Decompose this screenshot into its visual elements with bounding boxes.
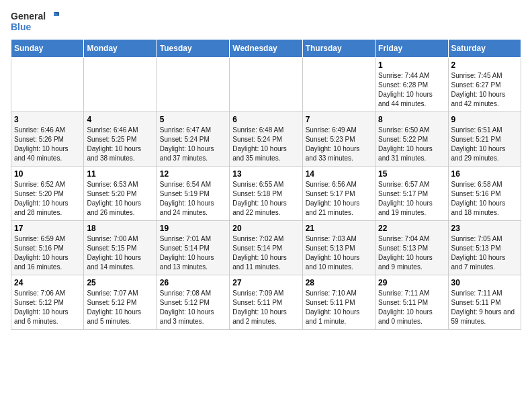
- day-info: Sunrise: 7:09 AM Sunset: 5:11 PM Dayligh…: [232, 289, 299, 326]
- day-number: 15: [378, 169, 445, 179]
- calendar-cell: 11Sunrise: 6:53 AM Sunset: 5:20 PM Dayli…: [84, 167, 157, 221]
- calendar-cell: 10Sunrise: 6:52 AM Sunset: 5:20 PM Dayli…: [11, 167, 84, 221]
- calendar-cell: 20Sunrise: 7:02 AM Sunset: 5:14 PM Dayli…: [230, 221, 302, 275]
- day-number: 5: [160, 115, 226, 124]
- calendar-cell: 28Sunrise: 7:10 AM Sunset: 5:11 PM Dayli…: [302, 275, 375, 330]
- calendar-cell: [302, 58, 375, 112]
- calendar-cell: [11, 58, 84, 112]
- day-info: Sunrise: 7:05 AM Sunset: 5:13 PM Dayligh…: [451, 234, 518, 272]
- calendar-cell: 5Sunrise: 6:47 AM Sunset: 5:24 PM Daylig…: [157, 112, 229, 167]
- calendar-week-row: 24Sunrise: 7:06 AM Sunset: 5:12 PM Dayli…: [11, 275, 521, 330]
- day-number: 21: [306, 224, 372, 233]
- day-number: 7: [306, 115, 372, 124]
- calendar-cell: 6Sunrise: 6:48 AM Sunset: 5:24 PM Daylig…: [230, 112, 302, 167]
- day-info: Sunrise: 7:07 AM Sunset: 5:12 PM Dayligh…: [87, 289, 153, 326]
- day-number: 27: [232, 278, 299, 287]
- logo-bird-icon: [47, 11, 60, 21]
- calendar-cell: 16Sunrise: 6:58 AM Sunset: 5:16 PM Dayli…: [448, 167, 521, 221]
- day-info: Sunrise: 6:50 AM Sunset: 5:22 PM Dayligh…: [378, 126, 445, 163]
- calendar-cell: 12Sunrise: 6:54 AM Sunset: 5:19 PM Dayli…: [157, 167, 229, 221]
- calendar-cell: 23Sunrise: 7:05 AM Sunset: 5:13 PM Dayli…: [448, 221, 521, 275]
- calendar-table: SundayMondayTuesdayWednesdayThursdayFrid…: [11, 39, 521, 330]
- day-of-week-header: Tuesday: [157, 40, 229, 58]
- day-info: Sunrise: 6:46 AM Sunset: 5:26 PM Dayligh…: [14, 126, 81, 163]
- logo-text: General Blue: [11, 11, 60, 32]
- day-number: 4: [87, 115, 153, 124]
- day-info: Sunrise: 7:01 AM Sunset: 5:14 PM Dayligh…: [160, 234, 226, 272]
- day-number: 14: [306, 169, 372, 179]
- day-number: 8: [378, 115, 445, 124]
- day-info: Sunrise: 7:11 AM Sunset: 5:11 PM Dayligh…: [451, 289, 518, 326]
- calendar-cell: 4Sunrise: 6:46 AM Sunset: 5:25 PM Daylig…: [84, 112, 157, 167]
- day-number: 13: [232, 169, 299, 179]
- day-number: 28: [306, 278, 372, 287]
- day-info: Sunrise: 6:46 AM Sunset: 5:25 PM Dayligh…: [87, 126, 153, 163]
- day-info: Sunrise: 6:48 AM Sunset: 5:24 PM Dayligh…: [232, 126, 299, 163]
- day-number: 20: [232, 224, 299, 233]
- calendar-cell: 26Sunrise: 7:08 AM Sunset: 5:12 PM Dayli…: [157, 275, 229, 330]
- calendar-cell: 14Sunrise: 6:56 AM Sunset: 5:17 PM Dayli…: [302, 167, 375, 221]
- day-number: 22: [378, 224, 445, 233]
- day-of-week-header: Wednesday: [230, 40, 302, 58]
- day-info: Sunrise: 7:03 AM Sunset: 5:13 PM Dayligh…: [306, 234, 372, 272]
- day-info: Sunrise: 6:47 AM Sunset: 5:24 PM Dayligh…: [160, 126, 226, 163]
- day-info: Sunrise: 6:52 AM Sunset: 5:20 PM Dayligh…: [14, 180, 81, 218]
- day-number: 3: [14, 115, 81, 124]
- day-of-week-header: Sunday: [11, 40, 84, 58]
- calendar-cell: 17Sunrise: 6:59 AM Sunset: 5:16 PM Dayli…: [11, 221, 84, 275]
- day-number: 16: [451, 169, 518, 179]
- day-number: 10: [14, 169, 81, 179]
- calendar-header: SundayMondayTuesdayWednesdayThursdayFrid…: [11, 40, 521, 58]
- day-of-week-header: Thursday: [302, 40, 375, 58]
- calendar-cell: 18Sunrise: 7:00 AM Sunset: 5:15 PM Dayli…: [84, 221, 157, 275]
- calendar-cell: [230, 58, 302, 112]
- day-info: Sunrise: 6:59 AM Sunset: 5:16 PM Dayligh…: [14, 234, 81, 272]
- day-of-week-header: Monday: [84, 40, 157, 58]
- calendar-cell: [84, 58, 157, 112]
- calendar-cell: 30Sunrise: 7:11 AM Sunset: 5:11 PM Dayli…: [448, 275, 521, 330]
- calendar-week-row: 10Sunrise: 6:52 AM Sunset: 5:20 PM Dayli…: [11, 167, 521, 221]
- day-info: Sunrise: 6:56 AM Sunset: 5:17 PM Dayligh…: [306, 180, 372, 218]
- day-number: 18: [87, 224, 153, 233]
- day-info: Sunrise: 6:57 AM Sunset: 5:17 PM Dayligh…: [378, 180, 445, 218]
- calendar-cell: 1Sunrise: 7:44 AM Sunset: 6:28 PM Daylig…: [375, 58, 448, 112]
- calendar-cell: [157, 58, 229, 112]
- calendar-cell: 27Sunrise: 7:09 AM Sunset: 5:11 PM Dayli…: [230, 275, 302, 330]
- day-number: 25: [87, 278, 153, 287]
- day-info: Sunrise: 7:02 AM Sunset: 5:14 PM Dayligh…: [232, 234, 299, 272]
- day-info: Sunrise: 6:51 AM Sunset: 5:21 PM Dayligh…: [451, 126, 518, 163]
- day-info: Sunrise: 7:04 AM Sunset: 5:13 PM Dayligh…: [378, 234, 445, 272]
- day-number: 2: [451, 60, 518, 70]
- day-number: 6: [232, 115, 299, 124]
- day-info: Sunrise: 6:58 AM Sunset: 5:16 PM Dayligh…: [451, 180, 518, 218]
- day-info: Sunrise: 6:49 AM Sunset: 5:23 PM Dayligh…: [306, 126, 372, 163]
- day-of-week-header: Friday: [375, 40, 448, 58]
- day-number: 11: [87, 169, 153, 179]
- day-number: 1: [378, 60, 445, 70]
- day-info: Sunrise: 7:10 AM Sunset: 5:11 PM Dayligh…: [306, 289, 372, 326]
- calendar-body: 1Sunrise: 7:44 AM Sunset: 6:28 PM Daylig…: [11, 58, 521, 330]
- calendar-cell: 8Sunrise: 6:50 AM Sunset: 5:22 PM Daylig…: [375, 112, 448, 167]
- calendar-cell: 19Sunrise: 7:01 AM Sunset: 5:14 PM Dayli…: [157, 221, 229, 275]
- day-of-week-header: Saturday: [448, 40, 521, 58]
- day-info: Sunrise: 6:55 AM Sunset: 5:18 PM Dayligh…: [232, 180, 299, 218]
- calendar-cell: 9Sunrise: 6:51 AM Sunset: 5:21 PM Daylig…: [448, 112, 521, 167]
- calendar-cell: 24Sunrise: 7:06 AM Sunset: 5:12 PM Dayli…: [11, 275, 84, 330]
- calendar-cell: 7Sunrise: 6:49 AM Sunset: 5:23 PM Daylig…: [302, 112, 375, 167]
- day-info: Sunrise: 7:06 AM Sunset: 5:12 PM Dayligh…: [14, 289, 81, 326]
- day-info: Sunrise: 6:54 AM Sunset: 5:19 PM Dayligh…: [160, 180, 226, 218]
- header: General Blue: [11, 11, 521, 32]
- day-number: 26: [160, 278, 226, 287]
- day-info: Sunrise: 7:08 AM Sunset: 5:12 PM Dayligh…: [160, 289, 226, 326]
- day-number: 29: [378, 278, 445, 287]
- calendar-week-row: 17Sunrise: 6:59 AM Sunset: 5:16 PM Dayli…: [11, 221, 521, 275]
- calendar-week-row: 3Sunrise: 6:46 AM Sunset: 5:26 PM Daylig…: [11, 112, 521, 167]
- calendar-cell: 2Sunrise: 7:45 AM Sunset: 6:27 PM Daylig…: [448, 58, 521, 112]
- day-info: Sunrise: 7:11 AM Sunset: 5:11 PM Dayligh…: [378, 289, 445, 326]
- day-number: 12: [160, 169, 226, 179]
- calendar-cell: 21Sunrise: 7:03 AM Sunset: 5:13 PM Dayli…: [302, 221, 375, 275]
- calendar-cell: 13Sunrise: 6:55 AM Sunset: 5:18 PM Dayli…: [230, 167, 302, 221]
- calendar-week-row: 1Sunrise: 7:44 AM Sunset: 6:28 PM Daylig…: [11, 58, 521, 112]
- day-number: 23: [451, 224, 518, 233]
- day-number: 24: [14, 278, 81, 287]
